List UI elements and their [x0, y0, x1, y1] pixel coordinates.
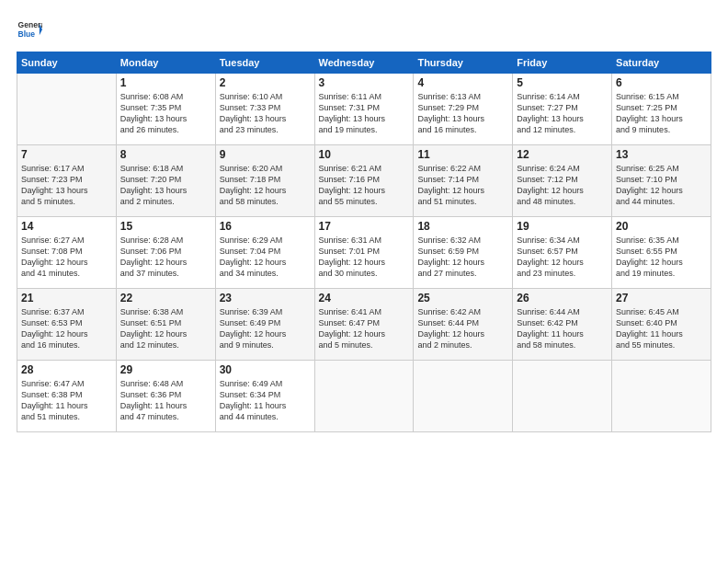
day-info: Sunrise: 6:15 AM Sunset: 7:25 PM Dayligh…	[616, 91, 707, 136]
day-info: Sunrise: 6:24 AM Sunset: 7:12 PM Dayligh…	[517, 163, 608, 208]
calendar-cell: 19Sunrise: 6:34 AM Sunset: 6:57 PM Dayli…	[513, 217, 612, 289]
day-info: Sunrise: 6:39 AM Sunset: 6:49 PM Dayligh…	[220, 306, 311, 351]
day-number: 11	[417, 148, 508, 161]
day-number: 22	[120, 292, 211, 304]
calendar-cell: 2Sunrise: 6:10 AM Sunset: 7:33 PM Daylig…	[215, 74, 314, 145]
day-info: Sunrise: 6:22 AM Sunset: 7:14 PM Dayligh…	[417, 163, 508, 208]
day-info: Sunrise: 6:47 AM Sunset: 6:38 PM Dayligh…	[21, 378, 112, 423]
day-info: Sunrise: 6:18 AM Sunset: 7:20 PM Dayligh…	[120, 163, 211, 208]
day-info: Sunrise: 6:17 AM Sunset: 7:23 PM Dayligh…	[21, 163, 112, 208]
day-number: 29	[120, 363, 211, 376]
day-info: Sunrise: 6:44 AM Sunset: 6:42 PM Dayligh…	[517, 306, 608, 351]
calendar-cell: 6Sunrise: 6:15 AM Sunset: 7:25 PM Daylig…	[612, 74, 711, 145]
day-number: 3	[319, 76, 410, 89]
calendar-cell: 4Sunrise: 6:13 AM Sunset: 7:29 PM Daylig…	[414, 74, 513, 145]
day-number: 16	[220, 220, 311, 233]
header: General Blue	[17, 17, 711, 42]
day-info: Sunrise: 6:42 AM Sunset: 6:44 PM Dayligh…	[417, 306, 508, 351]
day-number: 5	[517, 76, 608, 89]
calendar-cell: 17Sunrise: 6:31 AM Sunset: 7:01 PM Dayli…	[314, 217, 414, 289]
weekday-header-monday: Monday	[116, 52, 215, 74]
calendar-cell: 9Sunrise: 6:20 AM Sunset: 7:18 PM Daylig…	[215, 145, 314, 217]
calendar-cell: 15Sunrise: 6:28 AM Sunset: 7:06 PM Dayli…	[116, 217, 215, 289]
day-info: Sunrise: 6:28 AM Sunset: 7:06 PM Dayligh…	[120, 235, 211, 280]
day-number: 24	[319, 292, 410, 304]
day-number: 8	[120, 148, 211, 161]
day-number: 30	[220, 363, 311, 376]
calendar-cell: 18Sunrise: 6:32 AM Sunset: 6:59 PM Dayli…	[414, 217, 513, 289]
day-info: Sunrise: 6:27 AM Sunset: 7:08 PM Dayligh…	[21, 235, 112, 280]
day-info: Sunrise: 6:37 AM Sunset: 6:53 PM Dayligh…	[21, 306, 112, 351]
weekday-header-friday: Friday	[513, 52, 612, 74]
calendar-cell: 28Sunrise: 6:47 AM Sunset: 6:38 PM Dayli…	[17, 361, 117, 432]
weekday-header-sunday: Sunday	[17, 52, 117, 74]
day-info: Sunrise: 6:08 AM Sunset: 7:35 PM Dayligh…	[120, 91, 211, 136]
calendar-cell: 22Sunrise: 6:38 AM Sunset: 6:51 PM Dayli…	[116, 289, 215, 361]
calendar-cell	[612, 361, 711, 432]
day-number: 20	[616, 220, 707, 233]
day-info: Sunrise: 6:31 AM Sunset: 7:01 PM Dayligh…	[319, 235, 410, 280]
calendar-cell: 16Sunrise: 6:29 AM Sunset: 7:04 PM Dayli…	[215, 217, 314, 289]
calendar-cell: 8Sunrise: 6:18 AM Sunset: 7:20 PM Daylig…	[116, 145, 215, 217]
day-number: 23	[220, 292, 311, 304]
day-info: Sunrise: 6:35 AM Sunset: 6:55 PM Dayligh…	[616, 235, 707, 280]
calendar-cell: 3Sunrise: 6:11 AM Sunset: 7:31 PM Daylig…	[314, 74, 414, 145]
day-info: Sunrise: 6:20 AM Sunset: 7:18 PM Dayligh…	[220, 163, 311, 208]
calendar-cell: 21Sunrise: 6:37 AM Sunset: 6:53 PM Dayli…	[17, 289, 117, 361]
calendar-cell: 10Sunrise: 6:21 AM Sunset: 7:16 PM Dayli…	[314, 145, 414, 217]
calendar-cell: 23Sunrise: 6:39 AM Sunset: 6:49 PM Dayli…	[215, 289, 314, 361]
calendar-week-row: 21Sunrise: 6:37 AM Sunset: 6:53 PM Dayli…	[17, 289, 711, 361]
day-number: 27	[616, 292, 707, 304]
calendar-cell: 30Sunrise: 6:49 AM Sunset: 6:34 PM Dayli…	[215, 361, 314, 432]
day-number: 15	[120, 220, 211, 233]
day-info: Sunrise: 6:49 AM Sunset: 6:34 PM Dayligh…	[220, 378, 311, 423]
logo-icon: General Blue	[17, 17, 42, 42]
day-number: 10	[319, 148, 410, 161]
calendar-cell	[414, 361, 513, 432]
calendar-cell	[314, 361, 414, 432]
calendar-cell: 25Sunrise: 6:42 AM Sunset: 6:44 PM Dayli…	[414, 289, 513, 361]
day-info: Sunrise: 6:32 AM Sunset: 6:59 PM Dayligh…	[417, 235, 508, 280]
day-number: 14	[21, 220, 112, 233]
day-info: Sunrise: 6:14 AM Sunset: 7:27 PM Dayligh…	[517, 91, 608, 136]
day-info: Sunrise: 6:34 AM Sunset: 6:57 PM Dayligh…	[517, 235, 608, 280]
day-number: 25	[417, 292, 508, 304]
day-number: 1	[120, 76, 211, 89]
day-info: Sunrise: 6:38 AM Sunset: 6:51 PM Dayligh…	[120, 306, 211, 351]
calendar-cell: 14Sunrise: 6:27 AM Sunset: 7:08 PM Dayli…	[17, 217, 117, 289]
day-number: 4	[417, 76, 508, 89]
calendar-cell: 11Sunrise: 6:22 AM Sunset: 7:14 PM Dayli…	[414, 145, 513, 217]
day-info: Sunrise: 6:11 AM Sunset: 7:31 PM Dayligh…	[319, 91, 410, 136]
calendar-cell: 29Sunrise: 6:48 AM Sunset: 6:36 PM Dayli…	[116, 361, 215, 432]
logo: General Blue	[17, 17, 42, 42]
calendar: SundayMondayTuesdayWednesdayThursdayFrid…	[17, 52, 711, 432]
weekday-header-thursday: Thursday	[414, 52, 513, 74]
svg-text:Blue: Blue	[18, 29, 36, 39]
day-number: 17	[319, 220, 410, 233]
calendar-cell	[17, 74, 117, 145]
calendar-cell	[513, 361, 612, 432]
day-number: 7	[21, 148, 112, 161]
calendar-week-row: 1Sunrise: 6:08 AM Sunset: 7:35 PM Daylig…	[17, 74, 711, 145]
calendar-cell: 7Sunrise: 6:17 AM Sunset: 7:23 PM Daylig…	[17, 145, 117, 217]
day-info: Sunrise: 6:25 AM Sunset: 7:10 PM Dayligh…	[616, 163, 707, 208]
day-info: Sunrise: 6:21 AM Sunset: 7:16 PM Dayligh…	[319, 163, 410, 208]
day-info: Sunrise: 6:41 AM Sunset: 6:47 PM Dayligh…	[319, 306, 410, 351]
day-number: 9	[220, 148, 311, 161]
weekday-header-row: SundayMondayTuesdayWednesdayThursdayFrid…	[17, 52, 711, 74]
svg-text:General: General	[18, 20, 42, 29]
page: General Blue SundayMondayTuesdayWednesda…	[0, 0, 728, 563]
calendar-cell: 27Sunrise: 6:45 AM Sunset: 6:40 PM Dayli…	[612, 289, 711, 361]
day-number: 13	[616, 148, 707, 161]
day-info: Sunrise: 6:48 AM Sunset: 6:36 PM Dayligh…	[120, 378, 211, 423]
calendar-cell: 20Sunrise: 6:35 AM Sunset: 6:55 PM Dayli…	[612, 217, 711, 289]
calendar-cell: 26Sunrise: 6:44 AM Sunset: 6:42 PM Dayli…	[513, 289, 612, 361]
day-number: 21	[21, 292, 112, 304]
day-info: Sunrise: 6:10 AM Sunset: 7:33 PM Dayligh…	[220, 91, 311, 136]
day-number: 19	[517, 220, 608, 233]
calendar-week-row: 7Sunrise: 6:17 AM Sunset: 7:23 PM Daylig…	[17, 145, 711, 217]
day-info: Sunrise: 6:29 AM Sunset: 7:04 PM Dayligh…	[220, 235, 311, 280]
calendar-cell: 12Sunrise: 6:24 AM Sunset: 7:12 PM Dayli…	[513, 145, 612, 217]
calendar-week-row: 14Sunrise: 6:27 AM Sunset: 7:08 PM Dayli…	[17, 217, 711, 289]
weekday-header-tuesday: Tuesday	[215, 52, 314, 74]
